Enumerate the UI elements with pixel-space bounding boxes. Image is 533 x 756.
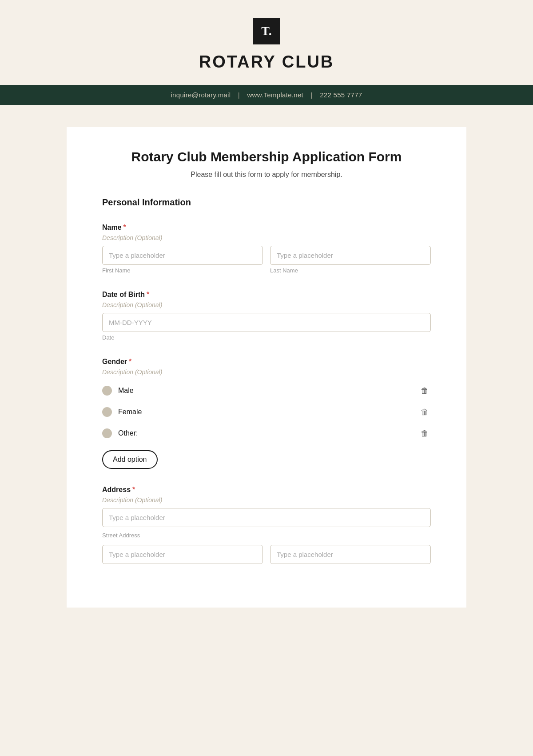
state-input[interactable] bbox=[270, 545, 431, 564]
first-name-input[interactable] bbox=[102, 246, 263, 265]
city-field bbox=[102, 545, 263, 564]
form-title: Rotary Club Membership Application Form bbox=[102, 149, 431, 164]
radio-label-other: Other: bbox=[118, 429, 138, 437]
radio-label-female: Female bbox=[118, 408, 142, 416]
info-website: www.Template.net bbox=[247, 91, 303, 99]
last-name-field: Last Name bbox=[270, 246, 431, 274]
last-name-input[interactable] bbox=[270, 246, 431, 265]
address-label: Address* bbox=[102, 486, 431, 494]
name-input-row: First Name Last Name bbox=[102, 246, 431, 274]
dob-input[interactable] bbox=[102, 313, 431, 332]
name-label: Name* bbox=[102, 224, 431, 232]
section-personal-info: Personal Information bbox=[102, 197, 431, 210]
radio-circle-male[interactable] bbox=[102, 386, 112, 396]
street-address-input[interactable] bbox=[102, 508, 431, 527]
address-description: Description (Optional) bbox=[102, 496, 431, 504]
separator-2: | bbox=[310, 91, 312, 99]
required-star-address: * bbox=[132, 486, 135, 493]
header: T. ROTARY CLUB bbox=[0, 0, 533, 85]
radio-left-other: Other: bbox=[102, 428, 138, 438]
logo-letter: T. bbox=[261, 24, 272, 38]
radio-label-male: Male bbox=[118, 387, 134, 395]
radio-left-male: Male bbox=[102, 386, 134, 396]
info-phone: 222 555 7777 bbox=[320, 91, 362, 99]
form-subtitle: Please fill out this form to apply for m… bbox=[102, 171, 431, 179]
dob-label: Date of Birth* bbox=[102, 291, 431, 299]
org-name: ROTARY CLUB bbox=[199, 52, 334, 72]
delete-icon-other[interactable]: 🗑 bbox=[418, 427, 431, 440]
gender-option-female: Female 🗑 bbox=[102, 401, 431, 423]
delete-icon-female[interactable]: 🗑 bbox=[418, 406, 431, 418]
radio-circle-female[interactable] bbox=[102, 407, 112, 417]
field-group-name: Name* Description (Optional) First Name … bbox=[102, 224, 431, 274]
radio-circle-other[interactable] bbox=[102, 428, 112, 438]
address-row-2 bbox=[102, 545, 431, 564]
state-field bbox=[270, 545, 431, 564]
delete-icon-male[interactable]: 🗑 bbox=[418, 384, 431, 397]
field-group-dob: Date of Birth* Description (Optional) Da… bbox=[102, 291, 431, 341]
gender-option-other: Other: 🗑 bbox=[102, 423, 431, 444]
required-star-name: * bbox=[123, 224, 126, 231]
field-group-gender: Gender* Description (Optional) Male 🗑 Fe… bbox=[102, 358, 431, 469]
main-content: Rotary Club Membership Application Form … bbox=[67, 127, 466, 608]
dob-sub-label: Date bbox=[102, 334, 431, 341]
street-label-below: Street Address bbox=[102, 532, 431, 539]
field-group-address: Address* Description (Optional) Street A… bbox=[102, 486, 431, 564]
name-description: Description (Optional) bbox=[102, 234, 431, 241]
info-email: inquire@rotary.mail bbox=[171, 91, 231, 99]
separator-1: | bbox=[238, 91, 240, 99]
logo-box: T. bbox=[253, 18, 280, 44]
city-input[interactable] bbox=[102, 545, 263, 564]
last-name-label: Last Name bbox=[270, 267, 431, 274]
required-star-dob: * bbox=[147, 291, 149, 298]
gender-description: Description (Optional) bbox=[102, 368, 431, 376]
required-star-gender: * bbox=[129, 358, 131, 365]
info-bar: inquire@rotary.mail | www.Template.net |… bbox=[0, 85, 533, 105]
gender-label: Gender* bbox=[102, 358, 431, 366]
first-name-field: First Name bbox=[102, 246, 263, 274]
radio-left-female: Female bbox=[102, 407, 142, 417]
add-option-button[interactable]: Add option bbox=[102, 450, 158, 469]
dob-description: Description (Optional) bbox=[102, 301, 431, 308]
first-name-label: First Name bbox=[102, 267, 263, 274]
gender-option-male: Male 🗑 bbox=[102, 380, 431, 401]
